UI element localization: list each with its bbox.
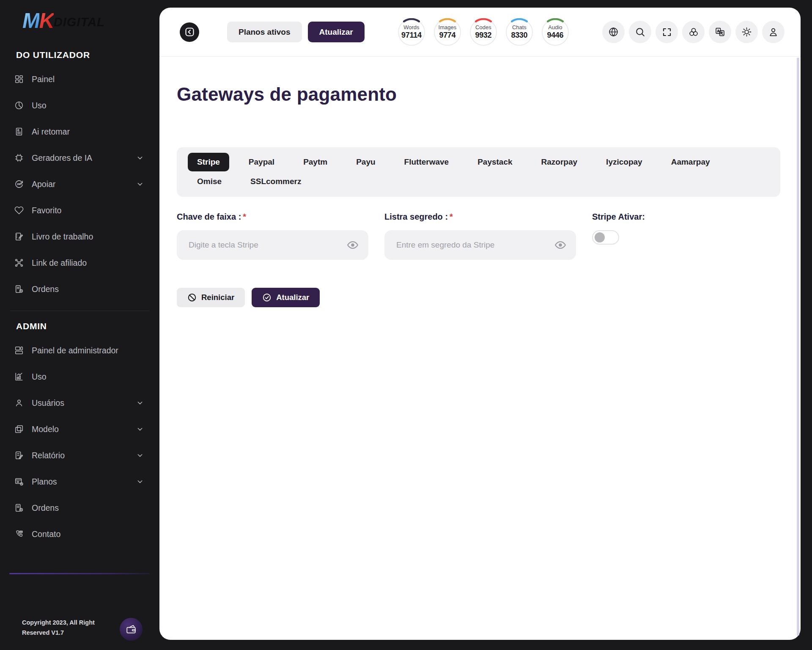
coins-icon [688,27,699,38]
sidebar-item-label: Ordens [32,284,59,294]
submit-update-button[interactable]: Atualizar [252,288,320,307]
brand-logo-m: M [22,9,39,33]
sidebar-item-ordens[interactable]: Ordens [10,276,148,302]
sidebar-item-label: Contato [32,529,60,539]
search-button[interactable] [629,21,651,43]
users-icon [14,398,24,408]
sidebar-nav-admin: Painel de administrador Uso Usuários Mod… [0,337,159,547]
sidebar-item-ordens-admin[interactable]: Ordens [10,495,148,521]
sidebar-item-usuarios[interactable]: Usuários [10,390,148,416]
stripe-key-input[interactable] [189,240,346,250]
tab-aamarpay[interactable]: Aamarpay [662,153,719,171]
sidebar-item-label: Link de afiliado [32,258,87,268]
sidebar-item-livro-de-trabalho[interactable]: Livro de trabalho [10,223,148,250]
stat-words: Words97114 [398,18,425,46]
credits-button[interactable] [682,21,705,43]
affiliate-network-icon [14,258,24,267]
tab-iyzicopay[interactable]: Iyzicopay [597,153,652,171]
usage-stats: Words97114 Images9774 Codes9932 Chats833… [398,18,569,46]
stripe-key-input-wrap [177,230,368,260]
tab-paypal[interactable]: Paypal [239,153,284,171]
theme-button[interactable] [735,21,758,43]
sidebar-item-apoiar[interactable]: 24/7 Apoiar [10,171,148,197]
sidebar-item-label: Painel [32,74,55,84]
sidebar-item-label: Usuários [32,398,64,408]
usage-chart-icon [14,372,24,381]
stripe-secret-field-group: Listra segredo :* [384,212,576,260]
dashboard-icon [14,74,24,84]
sidebar-item-label: Geradores de IA [32,153,92,163]
sidebar-item-label: Uso [32,372,47,382]
stripe-enable-group: Stripe Ativar: [592,212,780,260]
wallet-icon [126,624,137,635]
tab-razorpay[interactable]: Razorpay [532,153,587,171]
pie-chart-icon [14,101,24,110]
admin-dashboard-icon [14,346,24,355]
sidebar-item-label: Painel de administrador [32,346,118,355]
contact-icon [14,529,24,539]
stat-codes: Codes9932 [469,18,497,46]
page-content: Gateways de pagamento Stripe Paypal Payt… [159,84,801,307]
sidebar-accent-divider [9,573,150,574]
stat-value: 9446 [547,31,563,40]
sidebar: MKDIGITAL DO UTILIZADOR Painel Uso Ai re… [0,0,159,650]
collapse-chevron-icon [184,26,195,38]
fullscreen-button[interactable] [656,21,678,43]
tab-paytm[interactable]: Paytm [294,153,337,171]
stat-value: 9932 [475,31,491,40]
chevron-down-icon [137,154,143,161]
sidebar-item-label: Apoiar [32,179,55,189]
toggle-knob [595,232,605,242]
sidebar-item-uso[interactable]: Uso [10,92,148,118]
sidebar-item-geradores-de-ia[interactable]: Geradores de IA [10,145,148,171]
topbar-icon-buttons [602,21,785,43]
stripe-settings-form: Chave de faixa :* Listra segredo :* [177,212,780,260]
reset-button[interactable]: Reiniciar [177,288,245,307]
update-button-top[interactable]: Atualizar [308,22,365,42]
stat-audio: Audio9446 [541,18,569,46]
sidebar-collapse-button[interactable] [180,22,199,42]
language-globe-button[interactable] [602,21,625,43]
sidebar-item-planos[interactable]: Planos [10,468,148,495]
sidebar-item-painel[interactable]: Painel [10,66,148,92]
sidebar-section-admin-title: ADMIN [16,321,159,331]
sidebar-item-relatorio[interactable]: Relatório [10,442,148,468]
sidebar-item-contato[interactable]: Contato [10,521,148,547]
sidebar-item-label: Ai retomar [32,127,70,137]
tab-sslcommerz[interactable]: SSLcommerz [241,172,310,191]
content-scrollbar[interactable] [797,58,799,636]
stat-label: Images [439,24,457,30]
sidebar-item-modelo[interactable]: Modelo [10,416,148,442]
stripe-enable-label: Stripe Ativar: [592,212,780,222]
brand-logo-suffix: DIGITAL [54,15,105,29]
sidebar-divider [10,311,149,311]
stripe-key-visibility-button[interactable] [346,239,359,251]
profile-button[interactable] [762,21,785,43]
sidebar-item-link-de-afiliado[interactable]: Link de afiliado [10,250,148,276]
tab-paystack[interactable]: Paystack [468,153,521,171]
stripe-secret-input[interactable] [396,240,554,250]
support-247-icon: 24/7 [14,179,24,189]
translate-button[interactable] [709,21,731,43]
stripe-key-label: Chave de faixa :* [177,212,368,222]
stat-label: Codes [475,24,491,30]
sidebar-item-uso-admin[interactable]: Uso [10,364,148,390]
tab-omise[interactable]: Omise [188,172,231,191]
stripe-secret-label: Listra segredo :* [384,212,576,222]
active-plans-button[interactable]: Planos ativos [227,22,302,42]
topbar: Planos ativos Atualizar Words97114 Image… [159,8,801,57]
stripe-enable-toggle[interactable] [592,230,619,245]
tab-flutterwave[interactable]: Flutterwave [395,153,458,171]
stat-value: 8330 [511,31,527,40]
sidebar-item-favorito[interactable]: Favorito [10,197,148,223]
sidebar-item-ai-retomar[interactable]: Ai retomar [10,118,148,145]
sidebar-item-label: Favorito [32,206,61,215]
sidebar-item-painel-de-administrador[interactable]: Painel de administrador [10,337,148,364]
orders-icon [14,284,24,294]
tab-payu[interactable]: Payu [347,153,384,171]
tab-stripe[interactable]: Stripe [188,153,229,171]
main-panel: Planos ativos Atualizar Words97114 Image… [159,8,801,640]
wallet-button[interactable] [120,618,143,641]
orders-icon [14,503,24,512]
stripe-secret-visibility-button[interactable] [554,239,567,251]
